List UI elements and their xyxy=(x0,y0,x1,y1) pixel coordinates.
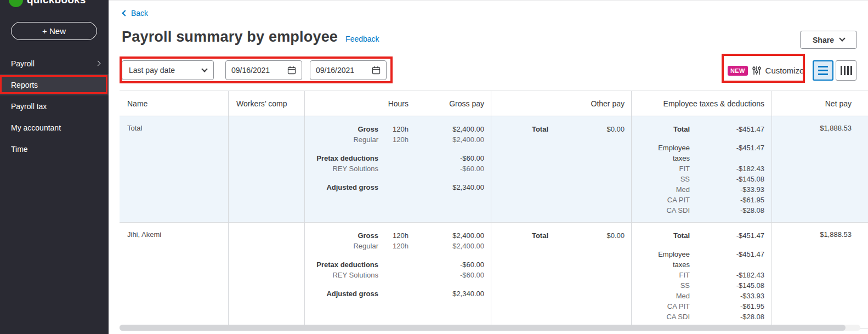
calendar-icon[interactable] xyxy=(287,66,296,75)
breakdown-line: Med-$33.93 xyxy=(632,291,771,301)
workers-comp-cell xyxy=(229,223,305,329)
breakdown-line: Adjusted gross$2,340.00 xyxy=(305,182,491,193)
date-range-dropdown[interactable]: Last pay date xyxy=(122,60,214,80)
line-hours: 120h xyxy=(378,134,409,145)
line-amount: -$145.08 xyxy=(690,280,771,291)
net-pay-cell: $1,888.53 xyxy=(772,223,868,329)
breakdown-line: SS-$145.08 xyxy=(632,174,771,184)
new-badge: NEW xyxy=(728,66,748,76)
line-amount: $2,400.00 xyxy=(409,134,491,145)
share-button[interactable]: Share xyxy=(800,31,857,49)
line-hours: 120h xyxy=(378,124,409,134)
taxes-cell: Total-$451.47Employee taxes-$451.47FIT-$… xyxy=(632,116,772,222)
back-label: Back xyxy=(131,9,148,18)
line-label: Med xyxy=(646,291,690,301)
line-label: CA SDI xyxy=(646,312,690,322)
title-row: Payroll summary by employee Feedback xyxy=(122,29,379,46)
chevron-left-icon xyxy=(122,10,128,16)
sidebar-item-payroll-tax[interactable]: Payroll tax xyxy=(0,95,109,117)
end-date-input[interactable] xyxy=(316,66,365,75)
net-pay-value: $1,888.53 xyxy=(820,124,852,132)
employee-name: Jihi, Akemi xyxy=(127,230,161,239)
line-label: Total xyxy=(491,124,548,134)
name-cell: Jihi, Akemi xyxy=(120,223,229,329)
sidebar-item-reports[interactable]: Reports xyxy=(0,74,109,95)
sidebar-item-time[interactable]: Time xyxy=(0,138,109,160)
net-pay-cell: $1,888.53 xyxy=(772,116,868,222)
header-net-pay: Net pay xyxy=(772,91,868,116)
line-amount: $2,400.00 xyxy=(409,241,491,251)
line-label: REY Solutions xyxy=(305,270,378,280)
table-row: Jihi, Akemi Gross120h$2,400.00Regular120… xyxy=(120,223,868,329)
quickbooks-logo-text: quickbooks xyxy=(27,0,86,6)
other-pay-cell: Total$0.00 xyxy=(491,116,632,222)
feedback-link[interactable]: Feedback xyxy=(345,35,379,43)
breakdown-line: Total$0.00 xyxy=(491,124,631,134)
end-date-field[interactable] xyxy=(310,60,387,80)
table-header-row: Name Workers’ comp Hours Gross pay Other… xyxy=(120,90,868,116)
line-label: FIT xyxy=(646,163,690,174)
line-amount: -$451.47 xyxy=(690,124,771,134)
workers-comp-cell xyxy=(229,116,305,222)
back-link[interactable]: Back xyxy=(123,9,148,18)
breakdown-line: Gross120h$2,400.00 xyxy=(305,124,491,134)
line-amount: -$182.43 xyxy=(690,270,771,280)
breakdown-line: Adjusted gross$2,340.00 xyxy=(305,288,491,299)
column-view-button[interactable] xyxy=(836,60,856,81)
line-amount: $0.00 xyxy=(548,124,631,134)
line-amount: -$61.95 xyxy=(690,195,771,205)
breakdown-line: CA SDI-$28.08 xyxy=(632,312,771,322)
sidebar-menu: Payroll Reports Payroll tax My accountan… xyxy=(0,53,109,160)
header-taxes: Employee taxes & deductions xyxy=(632,91,772,116)
breakdown-line: Total-$451.47 xyxy=(632,230,771,241)
line-label: Employee taxes xyxy=(646,143,690,163)
start-date-input[interactable] xyxy=(231,66,281,75)
new-button[interactable]: + New xyxy=(11,22,97,40)
scrollbar-thumb[interactable] xyxy=(120,325,846,331)
table-body: Total Gross120h$2,400.00Regular120h$2,40… xyxy=(120,116,868,329)
sidebar-item-payroll[interactable]: Payroll xyxy=(0,53,109,74)
line-label: CA SDI xyxy=(646,205,690,216)
sliders-icon xyxy=(752,66,761,75)
sidebar-item-label: Reports xyxy=(11,81,38,89)
line-label: Adjusted gross xyxy=(305,182,378,193)
line-amount: -$60.00 xyxy=(409,153,491,163)
line-label: SS xyxy=(646,280,690,291)
view-toggle-group xyxy=(813,60,856,81)
horizontal-scrollbar xyxy=(120,325,860,331)
sidebar-item-my-accountant[interactable]: My accountant xyxy=(0,117,109,138)
line-label: CA PIT xyxy=(646,195,690,205)
net-pay-value: $1,888.53 xyxy=(820,230,852,239)
breakdown-line: Employee taxes-$451.47 xyxy=(632,143,771,163)
line-amount: $2,400.00 xyxy=(409,230,491,241)
customize-button[interactable]: NEW Customize xyxy=(728,61,804,80)
breakdown-line: REY Solutions-$60.00 xyxy=(305,163,491,174)
column-view-icon xyxy=(841,66,852,75)
line-amount: -$60.00 xyxy=(409,270,491,280)
line-amount: -$33.93 xyxy=(690,291,771,301)
line-amount: -$451.47 xyxy=(690,230,771,241)
breakdown-line: FIT-$182.43 xyxy=(632,270,771,280)
line-amount: $0.00 xyxy=(548,230,631,241)
header-hours: Hours xyxy=(305,99,409,108)
breakdown-line: Employee taxes-$451.47 xyxy=(632,249,771,270)
line-amount: -$28.08 xyxy=(690,205,771,216)
breakdown-line: Gross120h$2,400.00 xyxy=(305,230,491,241)
line-amount: -$28.08 xyxy=(690,312,771,322)
line-label: Gross xyxy=(305,124,378,134)
taxes-cell: Total-$451.47Employee taxes-$451.47FIT-$… xyxy=(632,223,772,329)
sidebar-item-label: Payroll tax xyxy=(11,102,47,111)
line-amount: -$33.93 xyxy=(690,184,771,195)
name-cell: Total xyxy=(120,116,229,222)
line-label: Adjusted gross xyxy=(305,288,378,299)
employee-name: Total xyxy=(127,124,142,132)
breakdown-line: SS-$145.08 xyxy=(632,280,771,291)
breakdown-line: CA SDI-$28.08 xyxy=(632,205,771,216)
list-view-button[interactable] xyxy=(813,60,833,81)
start-date-field[interactable] xyxy=(225,60,302,80)
quickbooks-logo-icon xyxy=(9,0,23,7)
line-label: Regular xyxy=(305,134,378,145)
sidebar-item-label: My accountant xyxy=(11,123,61,132)
calendar-icon[interactable] xyxy=(372,66,381,75)
quickbooks-logo[interactable]: quickbooks xyxy=(9,0,86,7)
